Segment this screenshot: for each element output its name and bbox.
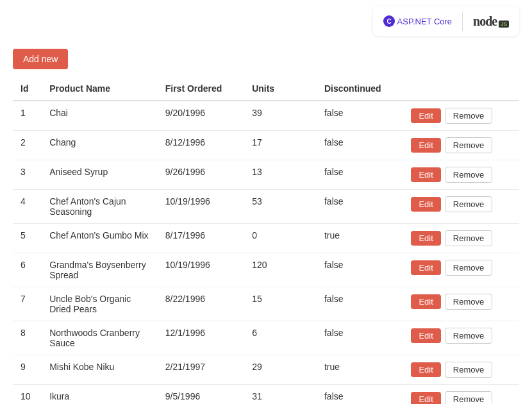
cell-discontinued: false	[317, 101, 403, 131]
cell-id: 6	[13, 253, 42, 287]
toolbar: Add new	[0, 42, 532, 77]
cell-units: 39	[244, 101, 317, 131]
table-row: 5Chef Anton's Gumbo Mix8/17/19960trueEdi…	[13, 224, 519, 253]
remove-button[interactable]: Remove	[445, 167, 492, 183]
cell-product-name: Chef Anton's Gumbo Mix	[42, 224, 158, 253]
aspnet-logo: C ASP.NET Core	[383, 15, 453, 27]
cell-product-name: Chang	[42, 131, 158, 160]
cell-units: 17	[244, 131, 317, 160]
action-buttons: EditRemove	[411, 362, 511, 378]
page-container: C ASP.NET Core node JS Add new Id Produc…	[0, 0, 532, 404]
cell-id: 7	[13, 287, 42, 321]
remove-button[interactable]: Remove	[445, 196, 492, 212]
node-js-badge: JS	[499, 21, 509, 28]
col-header-ordered: First Ordered	[158, 77, 244, 101]
edit-button[interactable]: Edit	[411, 167, 440, 182]
edit-button[interactable]: Edit	[411, 294, 440, 309]
cell-first-ordered: 8/17/1996	[158, 224, 244, 253]
remove-button[interactable]: Remove	[445, 362, 492, 378]
table-row: 10Ikura9/5/199631falseEditRemove	[13, 385, 519, 405]
edit-button[interactable]: Edit	[411, 392, 440, 404]
add-new-button[interactable]: Add new	[13, 49, 68, 69]
logo-divider	[462, 12, 463, 31]
cell-actions: EditRemove	[403, 131, 519, 160]
cell-units: 29	[244, 355, 317, 385]
edit-button[interactable]: Edit	[411, 328, 440, 343]
col-header-product: Product Name	[42, 77, 158, 101]
action-buttons: EditRemove	[411, 230, 511, 246]
cell-units: 31	[244, 385, 317, 405]
edit-button[interactable]: Edit	[411, 108, 440, 123]
table-wrapper: Id Product Name First Ordered Units Disc…	[0, 77, 532, 404]
cell-discontinued: false	[317, 321, 403, 355]
remove-button[interactable]: Remove	[445, 137, 492, 153]
edit-button[interactable]: Edit	[411, 260, 440, 275]
cell-units: 15	[244, 287, 317, 321]
cell-id: 9	[13, 355, 42, 385]
cell-units: 53	[244, 190, 317, 224]
table-row: 4Chef Anton's Cajun Seasoning10/19/19965…	[13, 190, 519, 224]
cell-product-name: Chai	[42, 101, 158, 131]
cell-first-ordered: 2/21/1997	[158, 355, 244, 385]
aspnet-label: ASP.NET Core	[397, 17, 453, 26]
cell-actions: EditRemove	[403, 385, 519, 405]
table-header: Id Product Name First Ordered Units Disc…	[13, 77, 519, 101]
table-row: 7Uncle Bob's Organic Dried Pears8/22/199…	[13, 287, 519, 321]
remove-button[interactable]: Remove	[445, 391, 492, 404]
action-buttons: EditRemove	[411, 137, 511, 153]
action-buttons: EditRemove	[411, 196, 511, 212]
cell-product-name: Grandma's Boysenberry Spread	[42, 253, 158, 287]
action-buttons: EditRemove	[411, 108, 511, 124]
table-row: 9Mishi Kobe Niku2/21/199729trueEditRemov…	[13, 355, 519, 385]
cell-units: 6	[244, 321, 317, 355]
cell-actions: EditRemove	[403, 190, 519, 224]
edit-button[interactable]: Edit	[411, 231, 440, 246]
brand-logos: C ASP.NET Core node JS	[373, 6, 519, 36]
header-bar: C ASP.NET Core node JS	[0, 0, 532, 42]
edit-button[interactable]: Edit	[411, 138, 440, 153]
cell-actions: EditRemove	[403, 253, 519, 287]
cell-discontinued: false	[317, 253, 403, 287]
cell-id: 4	[13, 190, 42, 224]
cell-discontinued: false	[317, 287, 403, 321]
header-row: Id Product Name First Ordered Units Disc…	[13, 77, 519, 101]
cell-first-ordered: 8/22/1996	[158, 287, 244, 321]
edit-button[interactable]: Edit	[411, 197, 440, 212]
cell-id: 10	[13, 385, 42, 405]
remove-button[interactable]: Remove	[445, 260, 492, 276]
col-header-discontinued: Discontinued	[317, 77, 403, 101]
cell-units: 120	[244, 253, 317, 287]
action-buttons: EditRemove	[411, 391, 511, 404]
remove-button[interactable]: Remove	[445, 108, 492, 124]
cell-discontinued: true	[317, 224, 403, 253]
table-row: 1Chai9/20/199639falseEditRemove	[13, 101, 519, 131]
col-header-id: Id	[13, 77, 42, 101]
cell-first-ordered: 9/20/1996	[158, 101, 244, 131]
cell-actions: EditRemove	[403, 321, 519, 355]
remove-button[interactable]: Remove	[445, 230, 492, 246]
cell-actions: EditRemove	[403, 101, 519, 131]
cell-first-ordered: 10/19/1996	[158, 190, 244, 224]
cell-id: 2	[13, 131, 42, 160]
products-table: Id Product Name First Ordered Units Disc…	[13, 77, 519, 404]
edit-button[interactable]: Edit	[411, 362, 440, 377]
cell-actions: EditRemove	[403, 160, 519, 190]
node-label: node	[473, 14, 497, 29]
table-row: 3Aniseed Syrup9/26/199613falseEditRemove	[13, 160, 519, 190]
cell-product-name: Mishi Kobe Niku	[42, 355, 158, 385]
remove-button[interactable]: Remove	[445, 294, 492, 310]
action-buttons: EditRemove	[411, 167, 511, 183]
cell-product-name: Northwoods Cranberry Sauce	[42, 321, 158, 355]
cell-actions: EditRemove	[403, 355, 519, 385]
cell-discontinued: true	[317, 355, 403, 385]
action-buttons: EditRemove	[411, 294, 511, 310]
remove-button[interactable]: Remove	[445, 328, 492, 344]
cell-product-name: Chef Anton's Cajun Seasoning	[42, 190, 158, 224]
cell-discontinued: false	[317, 131, 403, 160]
cell-discontinued: false	[317, 190, 403, 224]
aspnet-icon: C	[383, 15, 395, 27]
cell-id: 5	[13, 224, 42, 253]
col-header-actions	[403, 77, 519, 101]
table-row: 6Grandma's Boysenberry Spread10/19/19961…	[13, 253, 519, 287]
cell-id: 3	[13, 160, 42, 190]
